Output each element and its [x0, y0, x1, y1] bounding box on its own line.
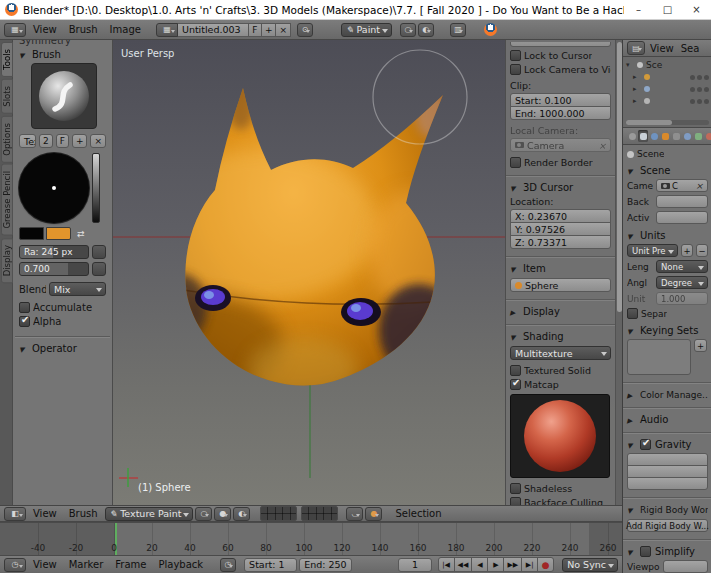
unlink-icon[interactable]: [695, 181, 703, 191]
clip-end-field[interactable]: End: 1000.000: [510, 106, 611, 120]
disclosure-triangle-icon[interactable]: [633, 85, 641, 93]
disclosure-triangle-icon[interactable]: [633, 73, 641, 81]
menu-brush-3d[interactable]: Brush: [64, 508, 103, 519]
separate-units-checkbox[interactable]: [627, 308, 638, 319]
prev-keyframe-button[interactable]: ◀◀: [454, 557, 473, 572]
gravity-checkbox[interactable]: [640, 439, 651, 450]
primary-color-swatch[interactable]: [19, 227, 44, 240]
image-browse-icon[interactable]: [156, 23, 178, 37]
menu-brush[interactable]: Brush: [64, 24, 103, 35]
outliner-hscrollbar[interactable]: [626, 120, 709, 125]
editor-type-outliner-icon[interactable]: [627, 41, 645, 55]
mask-mode-icon[interactable]: [418, 23, 434, 37]
tab-world-icon[interactable]: [649, 130, 659, 142]
tab-display[interactable]: Display: [1, 238, 13, 283]
audio-panel-header[interactable]: Audio: [627, 414, 708, 425]
n-panel-scrollbar[interactable]: [615, 40, 622, 505]
brush-name-field[interactable]: Tex: [19, 134, 36, 148]
menu-frame[interactable]: Frame: [110, 559, 151, 570]
frame-start-field[interactable]: Start: 1: [244, 558, 297, 572]
image-name-field[interactable]: Untitled.003: [177, 23, 249, 37]
jump-to-end-button[interactable]: ▶|: [521, 557, 538, 572]
tab-object-icon[interactable]: [660, 130, 670, 142]
cursor-y-field[interactable]: Y: 0.97526: [510, 222, 611, 236]
gravity-panel-header[interactable]: Gravity: [627, 439, 708, 450]
current-frame-field[interactable]: 1: [398, 558, 431, 572]
brush-select-icon[interactable]: [195, 507, 212, 521]
local-camera-field[interactable]: Camera: [510, 138, 611, 152]
outliner-menu-view[interactable]: View: [647, 43, 677, 54]
draw-mode-icon[interactable]: [400, 23, 416, 37]
paint-mode-dropdown[interactable]: Paint: [341, 23, 392, 37]
viewport-shading-icon[interactable]: [214, 507, 231, 521]
frame-end-field[interactable]: End: 250: [299, 558, 352, 572]
shading-mode-dropdown[interactable]: Multitexture: [510, 346, 611, 360]
add-preset-button[interactable]: +: [681, 244, 693, 257]
tab-options[interactable]: Options: [1, 116, 13, 163]
rigid-body-panel-header[interactable]: Rigid Body Wor...: [627, 504, 708, 515]
disclosure-triangle-icon[interactable]: [633, 97, 641, 105]
color-value-slider[interactable]: [92, 153, 100, 223]
radius-pressure-toggle[interactable]: [92, 245, 106, 259]
simplify-checkbox[interactable]: [640, 546, 651, 557]
tab-material-icon[interactable]: [704, 130, 711, 142]
snap-magnet-icon[interactable]: [346, 507, 363, 521]
outliner-row[interactable]: [633, 83, 709, 95]
backface-culling-checkbox[interactable]: [510, 497, 521, 505]
shadeless-checkbox[interactable]: [510, 483, 521, 494]
selection-label[interactable]: Selection: [390, 508, 446, 519]
gravity-z-field[interactable]: [627, 477, 708, 490]
brush-panel-header[interactable]: Brush: [19, 49, 106, 60]
menu-view[interactable]: View: [28, 24, 62, 35]
secondary-color-swatch[interactable]: [46, 227, 71, 240]
keying-sets-list[interactable]: [627, 339, 691, 375]
brush-preview[interactable]: [31, 63, 97, 129]
units-panel-header[interactable]: Units: [627, 230, 708, 241]
menu-marker[interactable]: Marker: [64, 559, 109, 570]
operator-panel-header[interactable]: Operator: [19, 343, 106, 354]
pin-icon[interactable]: [297, 23, 313, 37]
outliner-row-scene[interactable]: Sce: [626, 59, 709, 71]
menu-view-timeline[interactable]: View: [28, 559, 62, 570]
tab-grease-pencil[interactable]: Grease Pencil: [1, 164, 13, 236]
swap-colors-icon[interactable]: [77, 229, 85, 239]
length-unit-dropdown[interactable]: None: [656, 260, 708, 273]
play-button[interactable]: ▶: [487, 557, 504, 572]
simplify-viewport-field[interactable]: [663, 560, 708, 573]
jump-to-start-button[interactable]: |◀: [438, 557, 455, 572]
active-clip-field[interactable]: [656, 211, 708, 224]
maximize-button[interactable]: □: [653, 0, 682, 19]
next-keyframe-button[interactable]: ▶▶: [503, 557, 522, 572]
disclosure-triangle-icon[interactable]: [626, 61, 634, 69]
shading-panel-header[interactable]: Shading: [510, 331, 611, 342]
outliner-menu-search[interactable]: Sea: [679, 43, 702, 54]
restrict-icons[interactable]: [690, 99, 709, 104]
restrict-icons[interactable]: [690, 75, 709, 80]
strength-slider[interactable]: 0.700: [19, 262, 89, 276]
matcap-checkbox[interactable]: [510, 379, 521, 390]
play-reverse-button[interactable]: ◀: [471, 557, 488, 572]
unlink-icon[interactable]: [598, 140, 606, 151]
strength-pressure-toggle[interactable]: [92, 262, 106, 276]
unit-preset-dropdown[interactable]: Unit Pre: [627, 244, 678, 257]
timeline-ruler[interactable]: -40-200204060801001201401601802002202402…: [0, 522, 622, 555]
viewport-3d[interactable]: User Persp (1) Sphere Lock to Cursor Loc…: [113, 40, 622, 505]
brush-users-button[interactable]: 2: [39, 134, 53, 148]
display-panel-header[interactable]: Display: [510, 306, 611, 317]
blend-dropdown[interactable]: Mix: [49, 282, 106, 296]
restrict-icons[interactable]: [690, 87, 709, 92]
keying-sets-panel-header[interactable]: Keying Sets: [627, 325, 708, 336]
textured-solid-checkbox[interactable]: [510, 365, 521, 376]
angle-unit-dropdown[interactable]: Degree: [656, 276, 708, 289]
alpha-checkbox[interactable]: [19, 316, 30, 327]
layers-widget[interactable]: [260, 506, 297, 521]
brush-new-button[interactable]: +: [72, 134, 88, 148]
cursor-panel-header[interactable]: 3D Cursor: [510, 182, 611, 193]
unlink-image-button[interactable]: ×: [275, 23, 291, 37]
close-button[interactable]: ×: [682, 0, 711, 19]
lock-to-cursor-checkbox[interactable]: [510, 50, 521, 61]
color-management-panel-header[interactable]: Color Manage...: [627, 389, 708, 400]
layers-widget-2[interactable]: [301, 506, 338, 521]
use-preview-range-icon[interactable]: [220, 558, 236, 572]
brush-fake-user-button[interactable]: F: [56, 134, 69, 148]
